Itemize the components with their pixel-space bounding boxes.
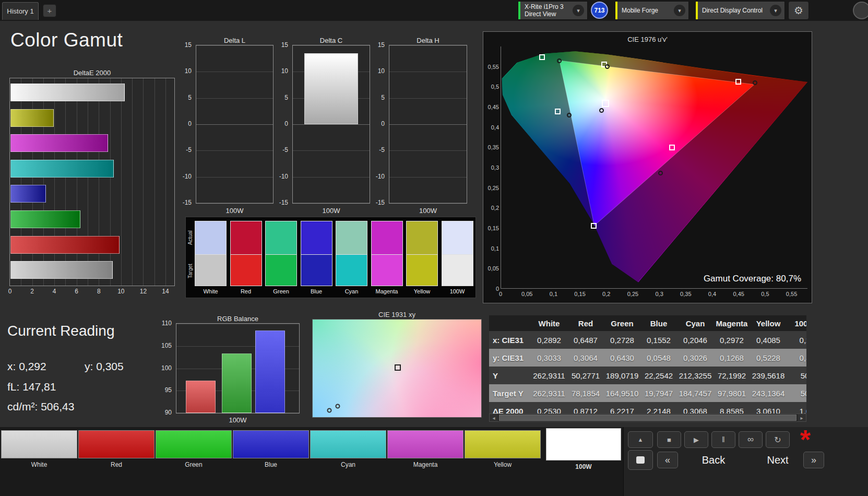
- target-swatch: [230, 255, 262, 286]
- cell: 50,2771: [567, 367, 604, 384]
- pattern-swatch-100w[interactable]: 100W: [546, 428, 621, 470]
- rgb-bar-red: [186, 381, 216, 413]
- display-window-button[interactable]: [628, 450, 653, 470]
- cell: 0,2530: [531, 402, 567, 414]
- cell: 2,2148: [640, 402, 677, 414]
- scrollbar-handle[interactable]: [499, 415, 796, 421]
- table-row[interactable]: y: CIE310,30330,30640,64300,05480,30260,…: [489, 349, 806, 367]
- compare-label: Cyan: [334, 288, 370, 294]
- rgb-balance-chart: RGB Balance 1101051009590 100W: [155, 315, 300, 426]
- swatch-color: [387, 430, 463, 458]
- actual-swatch: [406, 221, 438, 255]
- app-root: History 1 + X-Rite i1Pro 3 Direct View ▾…: [0, 0, 868, 496]
- delta-h-plot: [389, 45, 467, 204]
- delta-h-chart: Delta H 151050-5-10-15 100W: [368, 37, 467, 217]
- tick-label: 0: [175, 120, 192, 127]
- stop-button[interactable]: ■: [657, 431, 681, 448]
- infinity-icon: ∞: [747, 434, 754, 445]
- cell: 0,2: [787, 331, 806, 349]
- pause-button[interactable]: ‖: [711, 431, 735, 448]
- eject-button[interactable]: ▲: [628, 431, 653, 448]
- tick-label: 0,45: [484, 104, 499, 110]
- display-control-dropdown[interactable]: Direct Display Control ▾: [695, 1, 785, 20]
- gridline: [154, 78, 155, 286]
- target-marker-cyan: [555, 109, 561, 114]
- cell: 164,9510: [604, 384, 640, 402]
- loop-icon: ↻: [774, 435, 781, 445]
- loop-button[interactable]: ↻: [766, 431, 790, 448]
- column-header: 100W: [787, 315, 806, 331]
- next-label: Next: [752, 454, 803, 466]
- chevron-down-icon[interactable]: ▾: [573, 5, 584, 16]
- chart-title: Delta C: [292, 37, 370, 44]
- target-marker-magenta: [669, 145, 675, 150]
- pattern-swatch-blue[interactable]: Blue: [233, 430, 309, 468]
- swatch-label: Magenta: [387, 461, 463, 468]
- compare-column-blue: Blue: [301, 217, 332, 298]
- cell: 0,4085: [750, 331, 787, 349]
- compare-column-white: White: [195, 217, 227, 298]
- play-button[interactable]: ▶: [684, 431, 708, 448]
- add-tab-button[interactable]: +: [43, 4, 56, 17]
- cie-markers: [501, 46, 807, 288]
- gridline: [389, 150, 467, 151]
- gridline: [121, 78, 122, 286]
- delta-c-plot: [292, 45, 370, 204]
- gridline: [165, 78, 166, 286]
- chart-title: Delta L: [196, 37, 274, 44]
- table-row[interactable]: Target Y262,931178,1854164,951019,794718…: [489, 384, 806, 402]
- tick-label: 0: [271, 120, 288, 127]
- tick-label: 15: [368, 41, 385, 49]
- tick-label: 6: [70, 288, 83, 295]
- back-button[interactable]: « Back: [657, 450, 749, 470]
- chart-title: RGB Balance: [176, 315, 300, 323]
- history-tab[interactable]: History 1: [2, 2, 39, 20]
- swatch-label: Cyan: [310, 461, 386, 468]
- chevron-down-icon[interactable]: ▾: [674, 5, 685, 16]
- table-row[interactable]: Y262,931150,2771189,071922,2542212,32557…: [489, 367, 806, 384]
- tick-label: 90: [155, 409, 172, 416]
- table-header-row: WhiteRedGreenBlueCyanMagentaYellow100W: [489, 315, 806, 331]
- swatch-color: [546, 428, 621, 460]
- table-scrollbar[interactable]: ◂ ▸: [489, 414, 806, 422]
- eject-icon: ▲: [638, 436, 644, 443]
- pattern-swatch-red[interactable]: Red: [78, 430, 154, 468]
- gridline: [196, 150, 273, 151]
- tick-label: 10: [271, 67, 288, 75]
- table-row[interactable]: ΔE 20000,25300,87126,22172,21480,30688,8…: [489, 402, 806, 414]
- pattern-swatch-cyan[interactable]: Cyan: [310, 430, 386, 468]
- pattern-swatch-magenta[interactable]: Magenta: [387, 430, 463, 468]
- tick-label: 0,1: [484, 245, 499, 252]
- tick-label: 0,2: [598, 291, 615, 297]
- meter-count-badge[interactable]: 713: [591, 2, 608, 19]
- pattern-swatch-green[interactable]: Green: [156, 430, 232, 468]
- measured-marker-red: [753, 80, 757, 85]
- source-dropdown[interactable]: Mobile Forge ▾: [615, 1, 689, 20]
- tick-label: 0,4: [484, 124, 499, 131]
- scrollbar-track[interactable]: [498, 414, 798, 421]
- pattern-swatch-white[interactable]: White: [1, 430, 77, 468]
- measured-marker-green: [557, 58, 562, 63]
- column-header: Yellow: [750, 315, 787, 331]
- meter-name: X-Rite i1Pro 3: [525, 3, 568, 10]
- tick-label: -15: [271, 199, 288, 206]
- tick-label: 0,2: [484, 205, 499, 211]
- deltae-bar-cyan: [10, 160, 114, 178]
- cell: 78,1854: [567, 384, 604, 402]
- scroll-right-button[interactable]: ▸: [798, 414, 806, 421]
- chevron-down-icon[interactable]: ▾: [770, 5, 781, 16]
- tick-label: 0,05: [484, 265, 499, 271]
- settings-button[interactable]: ⚙: [788, 1, 809, 20]
- pattern-swatch-yellow[interactable]: Yellow: [465, 430, 541, 468]
- next-button[interactable]: Next »: [752, 450, 824, 470]
- meter-dropdown[interactable]: X-Rite i1Pro 3 Direct View ▾: [518, 1, 588, 20]
- table-row[interactable]: x: CIE310,28920,64870,27280,15520,20460,…: [489, 331, 806, 349]
- reading-marker: [327, 408, 332, 412]
- scroll-left-button[interactable]: ◂: [490, 414, 498, 421]
- tick-label: 0,4: [704, 291, 721, 297]
- y-axis-ticks: 151050-5-10-15: [368, 45, 386, 204]
- tick-label: 0,35: [484, 144, 499, 150]
- corner-button[interactable]: [853, 2, 868, 19]
- continuous-read-button[interactable]: ∞: [739, 431, 763, 448]
- cell: 19,7947: [640, 384, 677, 402]
